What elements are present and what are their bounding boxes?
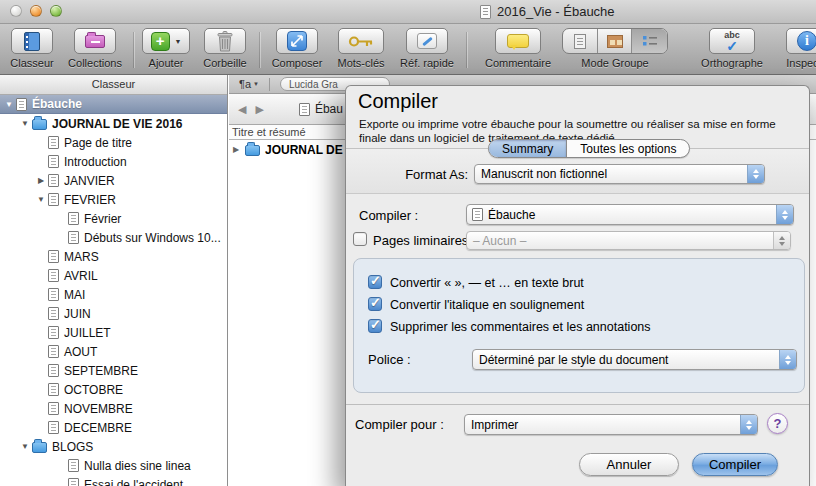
sidebar-item-aout[interactable]: AOUT xyxy=(0,342,227,361)
document-proxy-icon xyxy=(480,5,491,19)
chevron-down-icon: ▼ xyxy=(253,81,259,87)
outliner-row-label: JOURNAL DE xyxy=(265,143,343,157)
sidebar-item-page-de-titre[interactable]: Page de titre xyxy=(0,133,227,152)
cancel-button[interactable]: Annuler xyxy=(579,453,679,476)
popup-stepper-icon xyxy=(740,415,757,434)
docstack-icon xyxy=(48,193,59,206)
toolbar-separator xyxy=(259,32,260,68)
doc-icon xyxy=(48,269,59,282)
segment-corkboard-view[interactable] xyxy=(598,29,633,53)
segment-outline-view[interactable] xyxy=(632,29,667,53)
sidebar-item-label: Introduction xyxy=(64,155,127,169)
sidebar-item-label: AVRIL xyxy=(64,269,98,283)
outline-icon xyxy=(643,35,657,47)
doc-icon xyxy=(48,288,59,301)
toolbar-ajouter-button[interactable]: ▼ Ajouter xyxy=(140,28,192,69)
doc-icon xyxy=(48,364,59,377)
toolbar-classeur-button[interactable]: Classeur xyxy=(4,28,60,69)
toolbar-orthographe-button[interactable]: abc✓ Orthographe xyxy=(692,28,772,69)
format-as-label: Format As: xyxy=(346,167,468,182)
toolbar-mots-cles-button[interactable]: Mots-clés xyxy=(330,28,392,69)
sidebar-item-label: BLOGS xyxy=(52,440,93,454)
toolbar-ref-rapide-button[interactable]: Réf. rapide xyxy=(394,28,460,69)
binder-sidebar: Classeur ▼Ébauche▼JOURNAL DE VIE 2016Pag… xyxy=(0,75,228,486)
forward-button[interactable]: ▶ xyxy=(255,103,263,116)
sidebar-item-fevrier[interactable]: ▼FEVRIER xyxy=(0,190,227,209)
toolbar-inspecteur-button[interactable]: Inspecte xyxy=(772,28,816,69)
sidebar-item-juillet[interactable]: JUILLET xyxy=(0,323,227,342)
doc-icon xyxy=(48,136,59,149)
window-title: 2016_Vie - Ébauche xyxy=(480,4,615,19)
disclosure-triangle-icon[interactable]: ▼ xyxy=(2,100,16,109)
toolbar-commentaire-button[interactable]: Commentaire xyxy=(478,28,558,69)
doc-icon xyxy=(68,212,79,225)
disclosure-triangle-icon[interactable]: ▼ xyxy=(34,195,48,204)
font-popup[interactable]: Déterminé par le style du document xyxy=(472,349,797,370)
sidebar-item-nulla-dies-sine-linea[interactable]: Nulla dies sine linea xyxy=(0,456,227,475)
close-button[interactable] xyxy=(10,5,22,17)
sidebar-item-février[interactable]: Février xyxy=(0,209,227,228)
compile-dialog: Compiler Exporte ou imprime votre ébauch… xyxy=(345,85,810,486)
sidebar-item-journal-de-vie-2016[interactable]: ▼JOURNAL DE VIE 2016 xyxy=(0,114,227,133)
paragraph-style-button[interactable]: ¶a▼ xyxy=(239,78,259,90)
sidebar-item-débuts-sur-windows-10[interactable]: Débuts sur Windows 10... xyxy=(0,228,227,247)
sidebar-item-octobre[interactable]: OCTOBRE xyxy=(0,380,227,399)
doc-icon xyxy=(48,155,59,168)
convert-italics-checkbox[interactable] xyxy=(368,297,382,311)
doc-icon xyxy=(68,459,79,472)
segment-document-view[interactable] xyxy=(563,29,598,53)
sidebar-item-label: AOUT xyxy=(64,345,97,359)
trash-icon xyxy=(216,31,234,52)
front-matter-popup: – Aucun – xyxy=(466,231,791,250)
back-button[interactable]: ◀ xyxy=(238,103,246,116)
sidebar-item-ébauche[interactable]: ▼Ébauche xyxy=(0,95,227,114)
editor-title: Ébau xyxy=(315,102,343,116)
tab-summary[interactable]: Summary xyxy=(489,140,566,157)
sidebar-item-mai[interactable]: MAI xyxy=(0,285,227,304)
minimize-button[interactable] xyxy=(30,5,42,17)
toolbar-corbeille-button[interactable]: Corbeille xyxy=(196,28,254,69)
convert-italics-label: Convertir l'italique en soulignement xyxy=(390,298,584,312)
compile-for-popup[interactable]: Imprimer xyxy=(464,414,758,435)
compile-source-popup[interactable]: Ébauche xyxy=(466,204,794,225)
sidebar-item-juin[interactable]: JUIN xyxy=(0,304,227,323)
sidebar-item-blogs[interactable]: ▼BLOGS xyxy=(0,437,227,456)
sidebar-item-novembre[interactable]: NOVEMBRE xyxy=(0,399,227,418)
sidebar-item-decembre[interactable]: DECEMBRE xyxy=(0,418,227,437)
doc-icon xyxy=(48,307,59,320)
disclosure-triangle-icon[interactable]: ▶ xyxy=(34,176,48,185)
convert-quotes-label: Convertir « », — et … en texte brut xyxy=(390,276,584,290)
tab-all-options[interactable]: Toutes les options xyxy=(566,140,689,157)
draftstack-icon xyxy=(16,98,27,111)
draft-icon xyxy=(472,208,483,221)
format-bar-separator xyxy=(269,78,270,91)
front-matter-checkbox[interactable] xyxy=(353,232,367,246)
sidebar-item-septembre[interactable]: SEPTEMBRE xyxy=(0,361,227,380)
sidebar-item-janvier[interactable]: ▶JANVIER xyxy=(0,171,227,190)
doc-icon xyxy=(68,478,79,486)
sidebar-item-label: JUIN xyxy=(64,307,91,321)
sidebar-item-avril[interactable]: AVRIL xyxy=(0,266,227,285)
compile-button[interactable]: Compiler xyxy=(692,453,778,476)
disclosure-triangle-icon[interactable]: ▼ xyxy=(18,119,32,128)
sidebar-item-introduction[interactable]: Introduction xyxy=(0,152,227,171)
zoom-button[interactable] xyxy=(50,5,62,17)
disclosure-triangle-icon[interactable]: ▼ xyxy=(18,442,32,451)
add-icon xyxy=(151,32,170,51)
toolbar-composer-button[interactable]: Composer xyxy=(266,28,328,69)
sidebar-item-label: FEVRIER xyxy=(64,193,116,207)
quick-reference-icon xyxy=(417,33,437,49)
help-button[interactable]: ? xyxy=(767,413,788,434)
compile-source-label: Compiler : xyxy=(359,208,418,223)
remove-comments-checkbox[interactable] xyxy=(368,319,382,333)
format-as-popup[interactable]: Manuscrit non fictionnel xyxy=(474,164,765,184)
doc-icon xyxy=(48,250,59,263)
compile-for-label: Compiler pour : xyxy=(355,417,444,432)
toolbar-collections-button[interactable]: Collections xyxy=(62,28,128,69)
sidebar-item-mars[interactable]: MARS xyxy=(0,247,227,266)
convert-quotes-checkbox[interactable] xyxy=(368,275,382,289)
comment-bubble-icon xyxy=(507,34,529,48)
sidebar-item-essai-de-l-accident[interactable]: Essai de l'accident xyxy=(0,475,227,486)
disclosure-triangle-icon[interactable]: ▶ xyxy=(233,145,245,154)
doc-icon xyxy=(48,345,59,358)
